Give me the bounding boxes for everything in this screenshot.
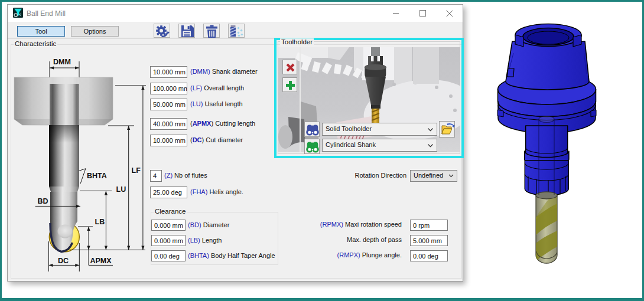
svg-text:LU: LU xyxy=(116,185,126,194)
svg-text:APMX: APMX xyxy=(90,257,112,265)
svg-text:BD: BD xyxy=(38,197,48,205)
svg-text:BHTA: BHTA xyxy=(87,172,107,180)
svg-text:DC: DC xyxy=(58,257,69,265)
svg-text:LB: LB xyxy=(95,218,105,226)
svg-text:DMM: DMM xyxy=(53,58,71,66)
svg-text:LF: LF xyxy=(132,166,141,175)
